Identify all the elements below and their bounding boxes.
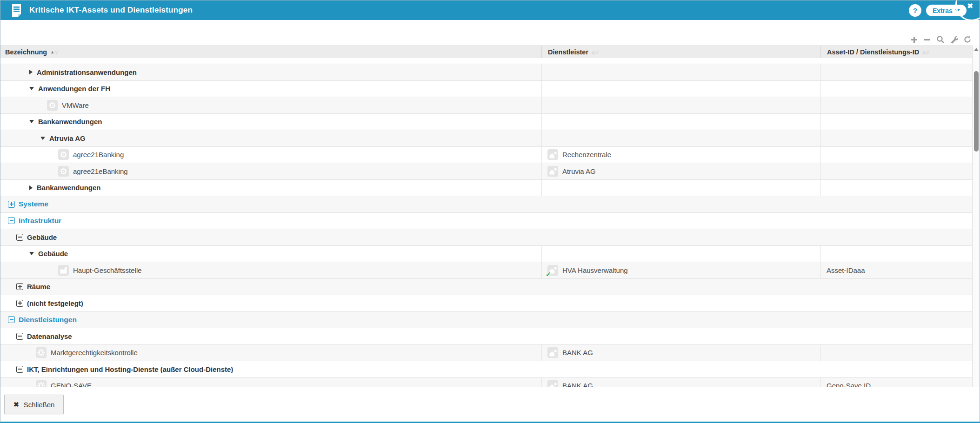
asset-id-cell — [820, 64, 973, 80]
asset-id-cell — [820, 114, 973, 130]
service-icon — [36, 380, 47, 387]
asset-id-cell — [820, 130, 973, 146]
tree-row[interactable]: Bankanwendungen — [0, 114, 973, 131]
close-button[interactable]: ✖ Schließen — [4, 395, 64, 414]
grid-toolbar — [910, 34, 972, 45]
extras-label: Extras — [933, 7, 953, 14]
tree-row[interactable]: MarktgerechtigkeitskontrolleBANK AG — [0, 345, 973, 362]
tree-row[interactable]: GENO-SAVEBANK AGGeno-Save ID — [0, 378, 973, 388]
dienstleister-cell: Atruvia AG — [541, 163, 820, 179]
row-label: Bankanwendungen — [38, 118, 102, 126]
collapse-box-icon[interactable] — [16, 366, 23, 373]
dienstleister-cell: BANK AG — [541, 345, 820, 361]
tree-row[interactable]: (nicht festgelegt) — [0, 295, 973, 312]
expand-triangle-icon[interactable] — [29, 70, 33, 74]
refresh-icon[interactable] — [963, 35, 972, 44]
collapse-triangle-icon[interactable] — [29, 252, 34, 255]
service-provider-icon — [547, 166, 558, 177]
expand-triangle-icon[interactable] — [29, 185, 33, 190]
row-label: agree21Banking — [73, 151, 124, 159]
row-label: Gebäude — [27, 233, 57, 241]
search-icon[interactable] — [936, 35, 945, 44]
row-label: Haupt-Geschäftsstelle — [73, 266, 142, 274]
tree-row[interactable]: Infrastruktur — [0, 213, 973, 230]
row-label: Gebäude — [38, 250, 68, 258]
scrollbar-thumb[interactable] — [974, 71, 979, 152]
close-icon: ✖ — [13, 401, 19, 408]
row-label: Administrationsanwendungen — [37, 68, 137, 76]
tree-row[interactable]: Datenanalyse — [0, 328, 973, 345]
tree-row[interactable]: VMWare — [0, 97, 973, 114]
dienstleister-label: Atruvia AG — [562, 167, 596, 175]
minus-icon[interactable] — [923, 36, 931, 44]
collapse-box-icon[interactable] — [8, 217, 15, 224]
tree-row[interactable]: Haupt-Geschäftsstelle✓HVA Hausverwaltung… — [0, 262, 973, 279]
column-header-bezeichnung[interactable]: Bezeichnung ▲▽ — [0, 46, 541, 58]
window-close-icon[interactable]: ✖ — [967, 2, 973, 10]
row-label: (nicht festgelegt) — [27, 299, 83, 307]
tree-row[interactable]: agree21eBankingAtruvia AG — [0, 163, 973, 180]
tree-row[interactable]: Atruvia AG — [0, 130, 973, 147]
dienstleister-label: HVA Hausverwaltung — [562, 266, 628, 274]
wrench-icon[interactable] — [950, 35, 958, 44]
collapse-box-icon[interactable] — [16, 234, 23, 241]
close-button-label: Schließen — [24, 401, 55, 409]
window-title: Kritische IKT-Assets und Dienstleistunge… — [29, 0, 193, 20]
application-icon — [58, 166, 69, 177]
asset-id-cell — [820, 81, 973, 97]
tree-row[interactable]: Räume — [0, 279, 973, 296]
service-provider-icon — [547, 149, 558, 160]
verified-check-icon: ✓ — [546, 271, 551, 278]
dienstleister-cell: BANK AG — [541, 378, 820, 388]
dienstleister-cell: ✓HVA Hausverwaltung — [541, 262, 820, 278]
asset-id-cell — [820, 97, 973, 113]
row-label: Systeme — [19, 200, 48, 208]
dienstleister-cell — [541, 130, 820, 146]
collapse-triangle-icon[interactable] — [29, 87, 34, 90]
dienstleister-label: Rechenzentrale — [562, 151, 611, 159]
table-header: Bezeichnung ▲▽ Dienstleister △▽ Asset-ID… — [0, 46, 973, 59]
dienstleister-cell: Rechenzentrale — [541, 147, 820, 163]
tree-row[interactable]: Administrationsanwendungen — [0, 64, 973, 81]
collapse-box-icon[interactable] — [16, 333, 23, 340]
service-provider-icon — [547, 380, 558, 387]
row-label: Bankanwendungen — [37, 184, 101, 192]
row-label: IKT, Einrichtungen und Hosting-Dienste (… — [27, 365, 233, 373]
scroll-up-icon[interactable] — [974, 48, 979, 51]
expand-box-icon[interactable] — [8, 201, 15, 208]
column-header-asset-id[interactable]: Asset-ID / Dienstleistungs-ID △▽ — [820, 46, 973, 58]
row-label: Dienstleistungen — [19, 316, 77, 324]
row-label: Datenanalyse — [27, 332, 72, 340]
expand-box-icon[interactable] — [16, 283, 23, 290]
collapse-box-icon[interactable] — [8, 316, 15, 323]
row-label: agree21eBanking — [73, 167, 128, 175]
tree-row[interactable]: Systeme — [0, 196, 973, 213]
tree-row[interactable]: Gebäude — [0, 229, 973, 246]
vertical-scrollbar[interactable] — [972, 46, 980, 394]
dienstleister-label: BANK AG — [562, 349, 593, 357]
asset-id-cell: Geno-Save ID — [820, 378, 973, 388]
building-icon — [58, 265, 69, 276]
tree-row[interactable]: Anwendungen der FH — [0, 81, 973, 98]
dienstleister-cell — [541, 180, 820, 196]
collapse-triangle-icon[interactable] — [29, 120, 34, 123]
sort-indicator: △▽ — [922, 50, 930, 54]
table-body: AdministrationsanwendungenAnwendungen de… — [0, 58, 973, 387]
column-header-dienstleister[interactable]: Dienstleister △▽ — [541, 46, 820, 58]
asset-id-cell — [820, 147, 973, 163]
tree-row[interactable]: IKT, Einrichtungen und Hosting-Dienste (… — [0, 361, 973, 378]
tree-row[interactable]: Bankanwendungen — [0, 180, 973, 197]
clipped-row-top — [0, 58, 973, 64]
tree-row[interactable]: Dienstleistungen — [0, 312, 973, 329]
document-icon — [11, 4, 22, 19]
help-button[interactable]: ? — [909, 4, 921, 17]
expand-box-icon[interactable] — [16, 300, 23, 307]
tree-row[interactable]: agree21BankingRechenzentrale — [0, 147, 973, 164]
tree-row[interactable]: Gebäude — [0, 246, 973, 263]
dienstleister-cell — [541, 64, 820, 80]
plus-icon[interactable] — [910, 36, 918, 44]
asset-id-cell — [820, 345, 973, 361]
collapse-triangle-icon[interactable] — [40, 137, 45, 140]
dienstleister-cell — [541, 97, 820, 113]
asset-id-cell — [820, 180, 973, 196]
